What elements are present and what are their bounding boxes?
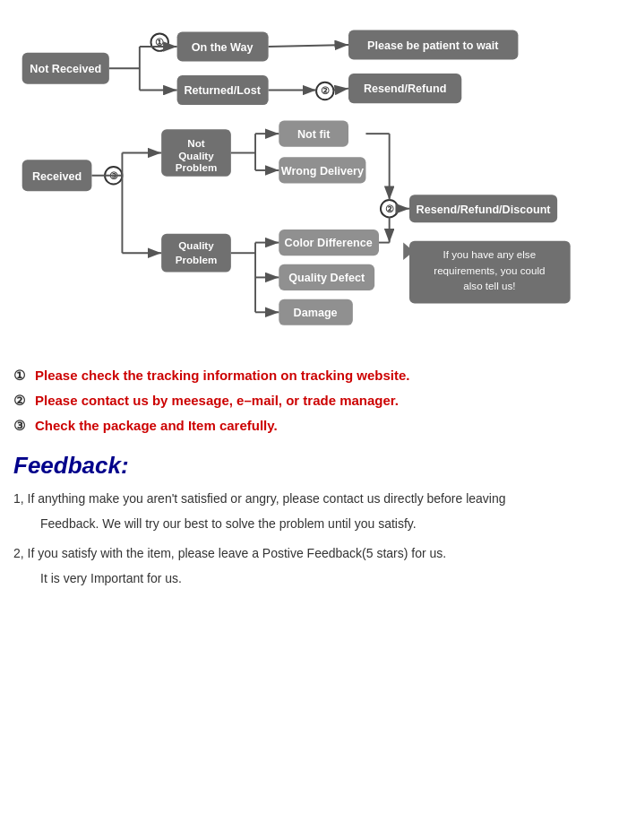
svg-text:Please be patient to wait: Please be patient to wait — [367, 39, 499, 52]
svg-text:also tell us!: also tell us! — [463, 280, 515, 291]
svg-text:Quality: Quality — [178, 239, 214, 251]
instruction-num-2: ② — [13, 393, 31, 409]
svg-text:Not Received: Not Received — [30, 63, 101, 75]
svg-line-19 — [269, 45, 348, 47]
instructions-section: ① Please check the tracking information … — [13, 368, 623, 434]
svg-text:If you have any else: If you have any else — [443, 248, 537, 260]
svg-text:Wrong Delivery: Wrong Delivery — [281, 165, 364, 178]
svg-text:②: ② — [321, 85, 330, 96]
svg-text:Not: Not — [187, 137, 205, 149]
svg-text:Not fit: Not fit — [297, 128, 331, 141]
instruction-item-3: ③ Check the package and Item carefully. — [13, 418, 623, 434]
svg-text:Resend/Refund/Discount: Resend/Refund/Discount — [417, 204, 552, 216]
feedback-item-2: 2, If you satisfy with the item, please … — [13, 543, 623, 563]
flowchart: Not Received ① On the Way Returned/Lost … — [13, 9, 623, 359]
svg-text:Resend/Refund: Resend/Refund — [364, 82, 446, 95]
feedback-item-1: 1, If anything make you aren't satisfied… — [13, 489, 623, 508]
svg-text:Problem: Problem — [176, 161, 218, 173]
svg-text:Color Difference: Color Difference — [285, 237, 373, 249]
svg-line-21 — [333, 89, 348, 91]
svg-text:Quality Defect: Quality Defect — [288, 272, 365, 284]
instruction-item-2: ② Please contact us by meesage, e–mail, … — [13, 393, 623, 409]
svg-text:Received: Received — [32, 170, 82, 183]
svg-text:Problem: Problem — [176, 254, 218, 265]
feedback-indent-1: Feedback. We will try our best to solve … — [13, 514, 623, 533]
feedback-title: Feedback: — [13, 452, 623, 480]
svg-text:requirements, you could: requirements, you could — [434, 264, 545, 276]
instruction-item-1: ① Please check the tracking information … — [13, 368, 623, 384]
svg-text:Quality: Quality — [178, 150, 214, 161]
instruction-num-1: ① — [13, 368, 31, 384]
feedback-indent-2: It is very Important for us. — [13, 568, 623, 588]
instruction-text-1: Please check the tracking information on… — [35, 368, 409, 383]
instruction-text-2: Please contact us by meesage, e–mail, or… — [35, 393, 399, 408]
svg-text:On the Way: On the Way — [192, 41, 254, 54]
feedback-section: Feedback: 1, If anything make you aren't… — [13, 452, 623, 589]
instruction-text-3: Check the package and Item carefully. — [35, 418, 278, 433]
svg-text:Damage: Damage — [294, 307, 338, 319]
svg-text:②: ② — [385, 204, 394, 214]
instruction-num-3: ③ — [13, 418, 31, 434]
svg-text:Returned/Lost: Returned/Lost — [184, 84, 261, 97]
